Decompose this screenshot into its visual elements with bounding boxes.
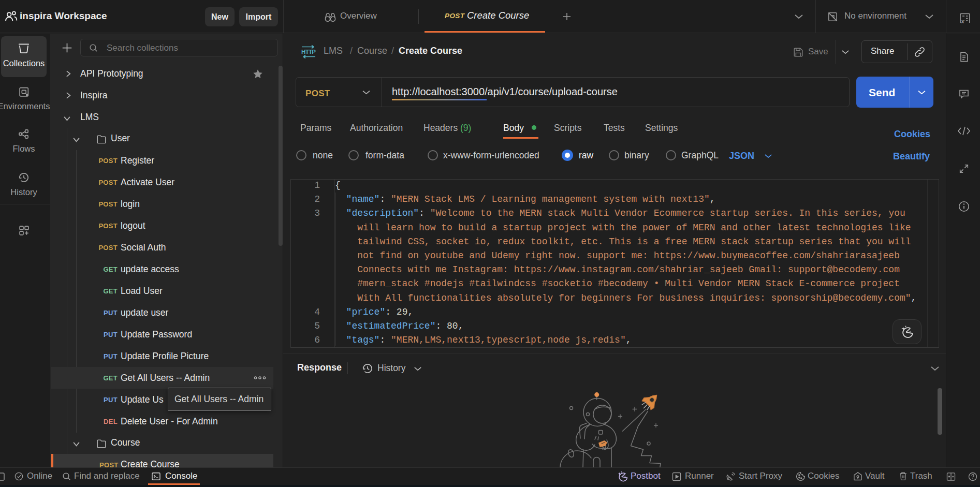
- svg-text:HTTP: HTTP: [301, 49, 316, 55]
- svg-text:x: x: [961, 18, 965, 24]
